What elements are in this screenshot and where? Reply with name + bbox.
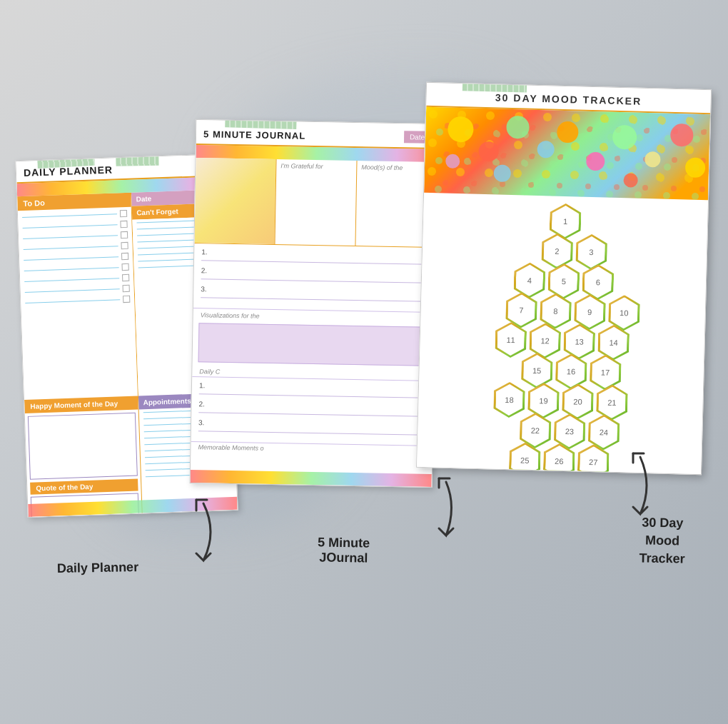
dp-todo-line-1 (22, 210, 128, 221)
j-bottom-item-1: 1. (199, 381, 426, 393)
dp-todo-line-text-5 (24, 256, 118, 261)
j-item-2: 2. (201, 266, 428, 278)
dp-todo-line-text-6 (24, 267, 119, 271)
caption-journal: 5 MinuteJOurnal (318, 535, 370, 565)
caption-daily-planner-text: Daily Planner (57, 560, 138, 575)
dp-happy-section: Happy Moment of the Day Quote of the Day (24, 396, 143, 518)
svg-point-9 (670, 124, 694, 147)
dp-todo-line-3 (23, 231, 128, 242)
hex-wrapper-29: 29 (569, 473, 601, 475)
j-grateful-label: I'm Grateful for (276, 159, 356, 174)
dp-todo-line-5 (24, 253, 129, 263)
svg-point-10 (685, 157, 706, 178)
svg-point-4 (445, 154, 460, 169)
j-item-3: 3. (201, 285, 428, 297)
dp-todo-line-text-3 (23, 235, 118, 239)
arrow-mood-tracker (621, 450, 660, 536)
mt-tape (462, 82, 527, 93)
dp-todo-line-text-4 (24, 246, 118, 250)
hex-wrapper-27: 27 (577, 444, 610, 476)
j-image-placeholder (194, 158, 275, 244)
dp-checkbox-3[interactable] (121, 231, 128, 238)
dp-quote-header: Quote of the Day (30, 479, 138, 495)
j-bottom-line-1 (199, 393, 426, 398)
mood-tracker-card: 30 DAY MOOD TRACKER 12345678910111213141… (416, 82, 712, 475)
j-section-line-2 (201, 278, 428, 283)
dp-todo-line-text-1 (22, 213, 117, 218)
dp-todo-lines (18, 207, 135, 313)
j-title: 5 MINUTE JOURNAL (203, 129, 305, 141)
svg-point-2 (506, 116, 530, 139)
svg-point-7 (612, 125, 637, 150)
dp-todo-section: To Do (17, 193, 138, 400)
j-item-1: 1. (201, 248, 428, 260)
mt-candy-svg (424, 107, 710, 200)
dp-todo-line-4 (24, 242, 129, 253)
svg-point-11 (494, 164, 512, 182)
svg-point-3 (537, 141, 555, 159)
hex-wrapper-26: 26 (543, 443, 575, 475)
dp-checkbox-7[interactable] (122, 274, 129, 281)
caption-daily-planner: Daily Planner (57, 560, 138, 576)
svg-point-0 (448, 116, 474, 143)
j-bottom-items: 1. 2. 3. (191, 376, 434, 446)
dp-todo-line-6 (24, 263, 130, 274)
j-bottom-item-3: 3. (198, 418, 425, 431)
j-bottom-item-2: 2. (198, 400, 425, 412)
mt-candy-image (424, 107, 710, 200)
svg-point-5 (557, 121, 579, 144)
dp-todo-line-text-2 (23, 224, 118, 228)
dp-checkbox-6[interactable] (122, 263, 129, 271)
hex-wrapper-28: 28 (535, 473, 567, 475)
dp-todo-line-text-8 (25, 288, 120, 293)
dp-checkbox-9[interactable] (123, 296, 130, 303)
hex-outer-28 (535, 473, 567, 475)
j-image-box (194, 158, 276, 244)
journal-card: 5 MINUTE JOURNAL Date I'm Grateful for M… (190, 119, 439, 488)
j-visualizations-box (198, 323, 429, 366)
j-grateful-section: I'm Grateful for (275, 159, 356, 246)
arrow-journal (428, 475, 464, 553)
arrow-daily-planner (182, 496, 225, 582)
svg-point-8 (644, 151, 661, 168)
j-section-line-3 (201, 297, 428, 302)
dp-todo-line-9 (25, 296, 131, 306)
mt-hex-grid: 1234567891011121314151617181920212223242… (416, 193, 708, 475)
hex-wrapper-25: 25 (509, 442, 541, 475)
j-section-line-1 (201, 260, 428, 265)
dp-todo-line-2 (22, 221, 128, 231)
svg-point-1 (478, 141, 499, 162)
dp-checkbox-4[interactable] (121, 242, 128, 249)
svg-point-12 (623, 173, 638, 188)
svg-point-6 (586, 152, 605, 171)
j-bottom-line-2 (198, 412, 425, 417)
hex-outer-29 (569, 473, 601, 475)
dp-checkbox-1[interactable] (120, 210, 127, 217)
dp-checkbox-5[interactable] (121, 253, 128, 260)
dp-todo-line-8 (25, 285, 131, 296)
j-items-section: 1. 2. 3. (193, 243, 436, 313)
dp-todo-line-text-9 (25, 299, 120, 303)
dp-tape-2 (116, 154, 158, 166)
dp-todo-line-7 (24, 274, 130, 285)
dp-todo-line-text-7 (24, 278, 119, 282)
dp-checkbox-8[interactable] (123, 285, 130, 292)
dp-happy-box (28, 413, 138, 480)
j-bottom-line-3 (198, 431, 425, 436)
dp-checkbox-2[interactable] (121, 221, 128, 228)
j-top-row: I'm Grateful for Mood(s) of the (194, 158, 437, 248)
